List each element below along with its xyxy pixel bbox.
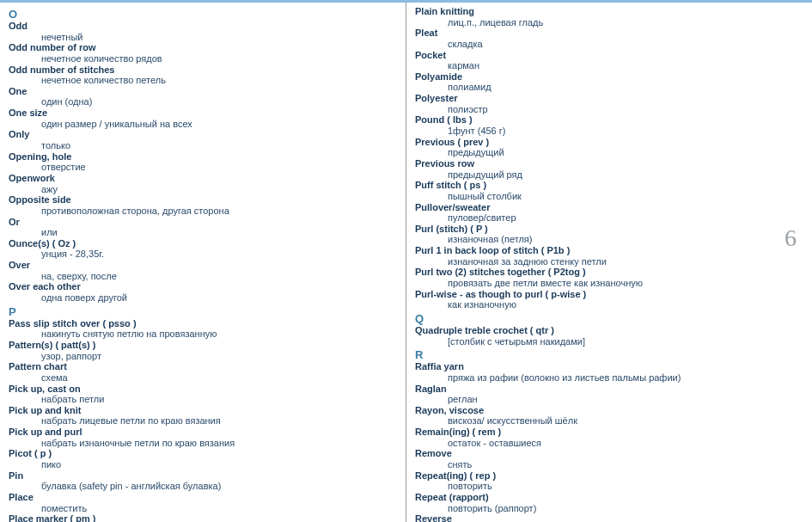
term: Odd xyxy=(9,21,397,32)
dictionary-entry: Pleatскладка xyxy=(415,28,803,49)
term: Purl-wise - as though to purl ( p-wise ) xyxy=(415,289,803,300)
dictionary-entry: Puff stitch ( ps )пышный столбик xyxy=(415,180,803,201)
definition: нечетный xyxy=(9,32,397,43)
dictionary-entry: Repeat (rapport)повторить (раппорт) xyxy=(415,492,803,513)
dictionary-entry: Remain(ing) ( rem )остаток - оставшиеся xyxy=(415,427,803,448)
definition: набрать петли xyxy=(9,394,397,405)
dictionary-page: OOddнечетныйOdd number of rowнечетное ко… xyxy=(0,0,812,522)
definition: унция - 28,35г. xyxy=(9,249,397,260)
definition: изнаночная (петля) xyxy=(415,234,803,245)
definition: узор, раппорт xyxy=(9,351,397,362)
definition: провязать две петли вместе как изнаночну… xyxy=(415,278,803,289)
dictionary-entry: Quadruple treble crochet ( qtr )[столбик… xyxy=(415,325,803,347)
definition: схема xyxy=(9,372,397,384)
dictionary-entry: Purl two (2) stitches together ( P2tog )… xyxy=(415,267,803,288)
dictionary-entry: Pattern(s) ( patt(s) )узор, раппорт xyxy=(9,340,397,361)
definition: полиэстр xyxy=(415,104,803,115)
dictionary-entry: Openworkажу xyxy=(9,173,397,194)
term: Remain(ing) ( rem ) xyxy=(415,427,803,438)
definition: пышный столбик xyxy=(415,191,803,202)
definition: один размер / уникальный на всех xyxy=(9,119,397,130)
term: Over each other xyxy=(9,281,397,292)
definition: набрать лицевые петли по краю вязания xyxy=(9,415,397,427)
term: Pattern(s) ( patt(s) ) xyxy=(9,340,397,351)
term: Over xyxy=(9,260,397,271)
definition: или xyxy=(9,227,397,238)
definition: лиц.п., лицевая гладь xyxy=(415,17,803,28)
definition: нечетное количество рядов xyxy=(9,53,397,64)
term: Puff stitch ( ps ) xyxy=(415,180,803,191)
term: Odd number of row xyxy=(9,42,397,53)
dictionary-entry: Odd number of stitchesнечетное количеств… xyxy=(9,64,397,86)
page-number: 6 xyxy=(785,224,797,252)
definition: только xyxy=(9,140,397,151)
definition: реглан xyxy=(415,394,803,405)
right-column: Plain knittingлиц.п., лицевая гладьPleat… xyxy=(406,3,812,522)
dictionary-entry: Raglanреглан xyxy=(415,384,803,405)
term: Odd number of stitches xyxy=(9,64,397,76)
dictionary-entry: Oddнечетный xyxy=(9,21,397,42)
dictionary-entry: Odd number of rowнечетное количество ряд… xyxy=(9,42,397,64)
dictionary-entry: Orили xyxy=(9,217,397,238)
term: Pocket xyxy=(415,50,803,61)
term: Pullover/sweater xyxy=(415,202,803,213)
definition: снять xyxy=(415,459,803,470)
definition: отверстие xyxy=(9,162,397,173)
dictionary-entry: Opening, holeотверстие xyxy=(9,151,397,173)
term: Remove xyxy=(415,448,803,459)
term: Previous row xyxy=(415,158,803,169)
definition: один (одна) xyxy=(9,96,397,107)
term: Pin xyxy=(9,470,397,482)
term: Purl (stitch) ( P ) xyxy=(415,224,803,235)
dictionary-entry: Rayon, viscoseвискоза/ искусственный шёл… xyxy=(415,405,803,427)
term: One size xyxy=(9,107,397,119)
definition: складка xyxy=(415,39,803,50)
definition: одна поверх другой xyxy=(9,292,397,304)
dictionary-entry: Over each otherодна поверх другой xyxy=(9,281,397,303)
term: One xyxy=(9,86,397,97)
term: Place marker ( pm ) xyxy=(9,513,397,522)
definition: на, сверху, после xyxy=(9,271,397,282)
definition: вискоза/ искусственный шёлк xyxy=(415,415,803,427)
dictionary-entry: Reverseобратный, зеркально xyxy=(415,513,803,522)
definition: накинуть снятую петлю на провязанную xyxy=(9,329,397,340)
term: Pleat xyxy=(415,28,803,39)
definition: противоположная сторона, другая сторона xyxy=(9,206,397,217)
dictionary-entry: Pocketкарман xyxy=(415,50,803,71)
definition: остаток - оставшиеся xyxy=(415,438,803,449)
left-column: OOddнечетныйOdd number of rowнечетное ко… xyxy=(0,3,406,522)
dictionary-entry: Pick up and knitнабрать лицевые петли по… xyxy=(9,405,397,427)
dictionary-entry: Pass slip stitch over ( psso )накинуть с… xyxy=(9,318,397,340)
term: Openwork xyxy=(9,173,397,184)
dictionary-entry: One sizeодин размер / уникальный на всех xyxy=(9,107,397,129)
term: Quadruple treble crochet ( qtr ) xyxy=(415,325,803,336)
dictionary-entry: Repeat(ing) ( rep )повторить xyxy=(415,470,803,492)
definition: как изнаночную xyxy=(415,299,803,310)
dictionary-entry: Polyamideполиамид xyxy=(415,71,803,93)
definition: пуловер/свитер xyxy=(415,212,803,224)
dictionary-entry: Purl (stitch) ( P )изнаночная (петля) xyxy=(415,224,803,245)
dictionary-entry: Pinбулавка (safety pin - английская була… xyxy=(9,470,397,492)
term: Polyamide xyxy=(415,71,803,83)
dictionary-entry: Opposite sideпротивоположная сторона, др… xyxy=(9,194,397,216)
term: Reverse xyxy=(415,513,803,522)
term: Plain knitting xyxy=(415,6,803,17)
term: Picot ( p ) xyxy=(9,448,397,459)
dictionary-entry: Pick up, cast onнабрать петли xyxy=(9,384,397,405)
definition: набрать изнаночные петли по краю вязания xyxy=(9,438,397,449)
dictionary-entry: Purl 1 in back loop of stitch ( P1b )изн… xyxy=(415,245,803,267)
definition: изнаночная за заднюю стенку петли xyxy=(415,256,803,267)
term: Previous ( prev ) xyxy=(415,137,803,148)
term: Pick up and purl xyxy=(9,427,397,438)
section-letter: O xyxy=(9,8,397,21)
term: Raglan xyxy=(415,384,803,395)
term: Rayon, viscose xyxy=(415,405,803,416)
section-letter: Q xyxy=(415,312,803,325)
dictionary-entry: Polyesterполиэстр xyxy=(415,93,803,114)
section-letter: R xyxy=(415,348,803,361)
dictionary-entry: Previous rowпредыдущий ряд xyxy=(415,158,803,180)
definition: предыдущий ряд xyxy=(415,169,803,181)
dictionary-entry: Pullover/sweaterпуловер/свитер xyxy=(415,202,803,224)
dictionary-entry: Ounce(s) ( Oz )унция - 28,35г. xyxy=(9,238,397,260)
term: Repeat (rapport) xyxy=(415,492,803,503)
